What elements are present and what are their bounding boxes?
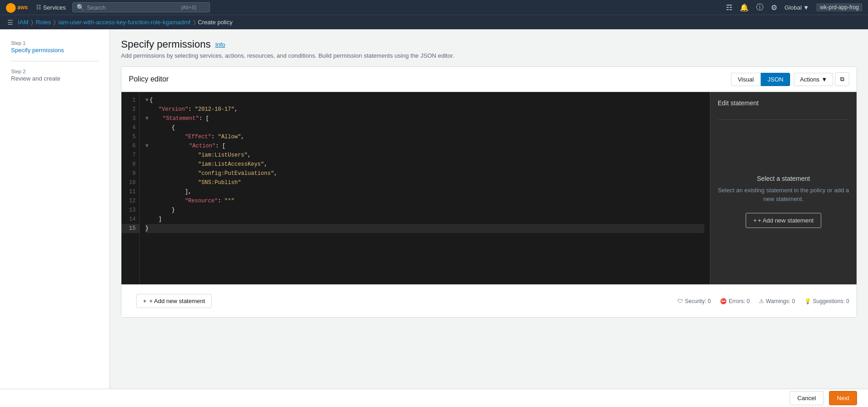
add-statement-button-right[interactable]: + + Add new statement (746, 213, 821, 228)
code-line-8: "iam:ListAccessKeys", (145, 160, 704, 169)
code-line-14: ] (145, 215, 704, 224)
plus-icon: + (753, 217, 757, 224)
step-1-label: Step 1 (11, 40, 99, 46)
suggestions-status: 💡 Suggestions: 0 (804, 298, 849, 304)
code-line-9: "config:PutEvaluations", (145, 169, 704, 178)
line-num-14: 14 (121, 215, 139, 224)
search-icon: 🔍 (77, 4, 84, 11)
policy-card-header: Policy editor Visual JSON Actions ▼ ⧉ (121, 67, 857, 92)
line-num-5: 5 (121, 132, 139, 141)
services-menu-button[interactable]: ☷ Services (33, 4, 69, 11)
line-num-12: 12 (121, 196, 139, 206)
search-input[interactable] (87, 4, 179, 11)
code-lines: 1 2 3 4 5 6 7 8 9 10 11 12 13 (121, 92, 710, 284)
errors-status: ⛔ Errors: 0 (720, 298, 750, 304)
step-2-title[interactable]: Review and create (11, 75, 99, 82)
breadcrumb-roles[interactable]: Roles (36, 19, 51, 26)
code-line-4: { (145, 123, 704, 132)
user-menu-button[interactable]: wk-prd-app-frog (816, 3, 863, 11)
line-num-2: 2 (121, 105, 139, 114)
code-line-11: ], (145, 187, 704, 196)
tab-json[interactable]: JSON (761, 73, 791, 86)
fold-3[interactable]: ▼ (145, 114, 148, 123)
line-num-11: 11 (121, 187, 139, 196)
tab-visual[interactable]: Visual (731, 73, 761, 86)
fold-6[interactable]: ▼ (145, 141, 148, 151)
settings-icon[interactable]: ⚙ (771, 3, 777, 12)
edit-statement-title: Edit statement (718, 99, 849, 107)
copy-button[interactable]: ⧉ (835, 72, 849, 86)
line-num-13: 13 (121, 206, 139, 215)
code-line-10: "SNS:Publish" (145, 178, 704, 187)
plus-icon-bottom: + (143, 298, 147, 304)
fold-1[interactable]: ▼ (145, 96, 148, 105)
step-2-item: Step 2 Review and create (0, 65, 110, 86)
line-num-3: 3 (121, 114, 139, 123)
cancel-button[interactable]: Cancel (790, 391, 824, 405)
errors-icon: ⛔ (720, 298, 727, 304)
code-line-13: } (145, 206, 704, 215)
info-link[interactable]: Info (215, 41, 225, 48)
edit-statement-panel: Edit statement Select a statement Select… (710, 92, 857, 284)
aws-logo[interactable]: ⬤ aws (5, 2, 28, 13)
add-statement-button-bottom[interactable]: + + Add new statement (136, 294, 212, 308)
editor-body: 1 2 3 4 5 6 7 8 9 10 11 12 13 (121, 92, 857, 284)
breadcrumb-iam[interactable]: IAM (18, 19, 28, 26)
bell-icon[interactable]: 🔔 (740, 3, 749, 12)
code-line-7: "iam:ListUsers", (145, 151, 704, 160)
line-num-1: 1 (121, 96, 139, 105)
panel-divider (718, 119, 849, 120)
step-2-label: Step 2 (11, 69, 99, 74)
chevron-down-icon: ▼ (803, 4, 809, 11)
page-title: Specify permissions (121, 38, 211, 50)
page-header: Specify permissions Info (121, 38, 857, 50)
line-num-4: 4 (121, 123, 139, 132)
policy-editor-card: Policy editor Visual JSON Actions ▼ ⧉ (121, 66, 857, 318)
step-1-item: Step 1 Specify permissions (0, 37, 110, 57)
code-line-3: ▼ "Statement": [ (145, 114, 704, 123)
breadcrumb: ☰ IAM 〉 Roles 〉 iam-user-with-access-key… (0, 15, 868, 29)
main-content: Specify permissions Info Add permissions… (110, 29, 868, 407)
chevron-down-icon: ▼ (821, 76, 827, 83)
step-divider (11, 61, 99, 61)
line-num-10: 10 (121, 178, 139, 187)
global-region-button[interactable]: Global ▼ (785, 4, 809, 11)
code-content[interactable]: ▼{ "Version": "2012-10-17", ▼ "Statement… (140, 92, 710, 284)
help-icon[interactable]: ⓘ (756, 3, 764, 12)
page-description: Add permissions by selecting services, a… (121, 52, 857, 59)
policy-editor-title: Policy editor (129, 75, 169, 83)
step-1-title[interactable]: Specify permissions (11, 47, 99, 54)
code-line-15: } (145, 224, 704, 233)
code-line-1: ▼{ (145, 96, 704, 105)
sidebar-toggle[interactable]: ☰ (7, 19, 13, 26)
security-icon: 🛡 (677, 298, 683, 304)
breadcrumb-role-name[interactable]: iam-user-with-access-key-function-role-k… (58, 19, 190, 26)
page-footer: Cancel Next (0, 389, 868, 407)
editor-status-bar: + + Add new statement 🛡 Security: 0 ⛔ Er… (121, 284, 857, 317)
page-layout: Step 1 Specify permissions Step 2 Review… (0, 29, 868, 407)
code-line-5: "Effect": "Allow", (145, 132, 704, 141)
cloud-icon[interactable]: ☶ (726, 3, 732, 12)
code-line-2: "Version": "2012-10-17", (145, 105, 704, 114)
line-num-6: 6 (121, 141, 139, 151)
code-line-6: ▼ "Action": [ (145, 141, 704, 151)
line-numbers: 1 2 3 4 5 6 7 8 9 10 11 12 13 (121, 92, 140, 284)
line-num-8: 8 (121, 160, 139, 169)
breadcrumb-sep-2: 〉 (54, 19, 55, 26)
next-button[interactable]: Next (829, 391, 857, 405)
line-num-9: 9 (121, 169, 139, 178)
select-statement-area: Select a statement Select an existing st… (718, 125, 849, 277)
copy-icon: ⧉ (840, 76, 844, 82)
sidebar: Step 1 Specify permissions Step 2 Review… (0, 29, 110, 407)
search-bar[interactable]: 🔍 [Alt+S] (72, 2, 210, 12)
breadcrumb-current: Create policy (198, 19, 233, 26)
security-status: 🛡 Security: 0 (677, 298, 711, 304)
code-editor[interactable]: 1 2 3 4 5 6 7 8 9 10 11 12 13 (121, 92, 710, 284)
warnings-icon: ⚠ (759, 298, 764, 304)
suggestions-icon: 💡 (804, 298, 811, 304)
breadcrumb-sep-3: 〉 (193, 19, 195, 26)
nav-right: ☶ 🔔 ⓘ ⚙ Global ▼ wk-prd-app-frog (726, 3, 863, 12)
line-num-15: 15 (121, 224, 139, 233)
code-line-12: "Resource": "*" (145, 196, 704, 206)
actions-button[interactable]: Actions ▼ (794, 73, 833, 86)
